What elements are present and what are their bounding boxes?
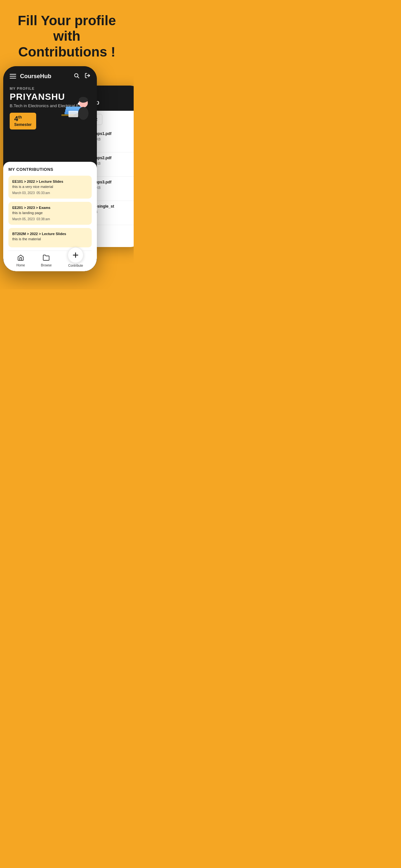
contribution-desc-3: this is the material <box>12 237 88 241</box>
contributions-title: MY CONTRIBUTIONS <box>8 167 92 172</box>
contribution-desc-1: this is a very nice material <box>12 185 88 189</box>
contribute-nav-item[interactable]: Contribute <box>67 253 84 268</box>
svg-point-8 <box>79 97 88 103</box>
browse-nav-label: Browse <box>41 264 52 267</box>
phones-container: CourseHub MY PROF <box>0 66 134 271</box>
profile-section: MY PROFILE PRIYANSHU B.Tech in Electroni… <box>3 83 97 129</box>
profile-label: MY PROFILE <box>10 87 90 90</box>
semester-label: Semester <box>14 122 32 127</box>
bottom-nav: Home Browse <box>8 251 92 271</box>
main-phone-screen: CourseHub MY PROF <box>3 66 97 271</box>
main-phone: CourseHub MY PROF <box>3 66 97 271</box>
home-nav-label: Home <box>17 264 25 267</box>
browse-icon <box>42 254 50 263</box>
nav-bar: CourseHub <box>3 66 97 83</box>
hero-title: Fill Your profile with Contributions ! <box>10 13 124 60</box>
svg-line-1 <box>78 76 79 78</box>
contribution-path-1: EE101 > 2022 > Lecture Slides <box>12 180 88 183</box>
white-card: MY CONTRIBUTIONS EE101 > 2022 > Lecture … <box>3 162 97 271</box>
contribution-card-2[interactable]: EE201 > 2023 > Exams this is landing pag… <box>8 202 92 225</box>
contribution-desc-2: this is landing page <box>12 211 88 215</box>
contribution-path-3: BT202M > 2022 > Lecture Slides <box>12 232 88 236</box>
hamburger-menu-icon[interactable] <box>10 74 16 79</box>
home-icon <box>17 254 24 263</box>
semester-number: 4th <box>14 115 32 122</box>
contribution-path-2: EE201 > 2023 > Exams <box>12 206 88 210</box>
hero-section: Fill Your profile with Contributions ! <box>0 0 134 66</box>
logout-icon[interactable] <box>85 73 90 80</box>
nav-left: CourseHub <box>10 73 51 80</box>
semester-badge: 4th Semester <box>10 113 36 129</box>
home-nav-item[interactable]: Home <box>17 254 25 267</box>
browse-nav-item[interactable]: Browse <box>41 254 52 267</box>
contribution-card-3[interactable]: BT202M > 2022 > Lecture Slides this is t… <box>8 228 92 247</box>
svg-point-10 <box>78 103 80 104</box>
student-illustration <box>55 94 97 129</box>
contribute-button[interactable] <box>67 247 84 263</box>
app-title: CourseHub <box>20 73 51 80</box>
contribution-date-1: March 03, 2023 05:33:am <box>12 191 88 195</box>
contribution-card-1[interactable]: EE101 > 2022 > Lecture Slides this is a … <box>8 176 92 198</box>
contribution-date-2: March 05, 2023 03:38:am <box>12 217 88 221</box>
nav-icons <box>73 73 90 80</box>
search-icon[interactable] <box>73 73 80 80</box>
contribute-nav-label: Contribute <box>68 264 83 268</box>
